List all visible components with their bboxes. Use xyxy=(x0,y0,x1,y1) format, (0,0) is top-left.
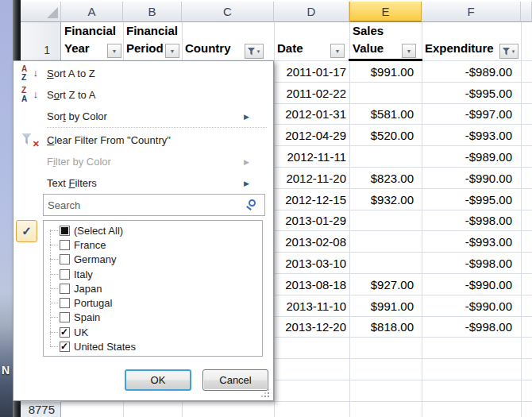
table-row[interactable]: 2012-11-20 $823.00 -$990.00 xyxy=(274,168,521,189)
ok-button[interactable]: OK xyxy=(125,369,191,391)
checkbox-icon[interactable] xyxy=(60,298,70,308)
row-header-1[interactable]: 1 xyxy=(21,22,61,61)
checkbox-icon[interactable] xyxy=(60,327,70,338)
column-header-f[interactable]: F xyxy=(422,2,521,22)
menu-item-filter-by-color: Filter by Color ▶ xyxy=(13,151,273,172)
expenditure-cell[interactable]: -$995.00 xyxy=(422,87,521,100)
filter-dropdown-button-sales-value[interactable]: ▼ xyxy=(402,44,416,58)
column-header-b[interactable]: B xyxy=(123,2,182,22)
sales-value-cell[interactable]: $520.00 xyxy=(349,129,422,142)
date-cell[interactable]: 2011-02-22 xyxy=(274,87,349,100)
filter-value-label: Italy xyxy=(74,268,93,280)
sales-value-cell[interactable]: $927.00 xyxy=(349,278,422,292)
checkbox-icon[interactable] xyxy=(60,312,70,322)
table-row[interactable]: 2013-03-10 -$998.00 xyxy=(274,253,521,274)
menu-item-label: Sort A to Z xyxy=(47,68,95,79)
table-row[interactable]: 2013-11-10 $991.00 -$990.00 xyxy=(274,295,521,317)
date-cell[interactable]: 2013-11-10 xyxy=(274,299,349,313)
column-header-e-selected[interactable]: E xyxy=(349,2,422,22)
date-cell[interactable]: 2013-03-10 xyxy=(274,257,349,270)
filter-value-option[interactable]: Italy xyxy=(44,267,262,281)
row-header-8775[interactable]: 8775 xyxy=(21,402,61,417)
filter-dropdown-button-financial-period[interactable]: ▼ xyxy=(165,44,179,58)
filter-value-option[interactable]: Portugal xyxy=(44,295,262,310)
sales-value-cell[interactable]: $818.00 xyxy=(349,320,422,334)
filter-funnel-button-country[interactable]: ▼ xyxy=(245,44,264,59)
table-row[interactable]: 2013-02-08 -$993.00 xyxy=(274,231,521,253)
sales-value-cell[interactable]: $991.00 xyxy=(349,65,422,79)
checkbox-icon[interactable] xyxy=(60,284,70,294)
table-row[interactable]: 2013-08-18 $927.00 -$990.00 xyxy=(274,274,521,295)
column-header-partial[interactable] xyxy=(521,2,532,22)
column-header-c[interactable]: C xyxy=(182,2,274,22)
expenditure-cell[interactable]: -$989.00 xyxy=(422,65,521,79)
expenditure-cell[interactable]: -$993.00 xyxy=(422,129,521,142)
menu-item-sort-z-to-a[interactable]: Z A ↓ Sort Z to A xyxy=(13,84,273,106)
date-cell[interactable]: 2012-01-31 xyxy=(274,107,349,121)
date-cell[interactable]: 2011-01-17 xyxy=(274,65,349,79)
sales-value-cell[interactable]: $932.00 xyxy=(349,193,422,207)
table-row[interactable]: 2012-12-15 $932.00 -$995.00 xyxy=(274,189,521,210)
expenditure-cell[interactable]: -$998.00 xyxy=(422,320,521,334)
search-input[interactable] xyxy=(43,194,265,216)
checkbox-icon[interactable] xyxy=(60,254,70,264)
table-row[interactable]: 2012-11-11 -$989.00 xyxy=(274,146,521,168)
filter-value-option[interactable]: (Select All) xyxy=(44,223,262,237)
menu-item-text-filters[interactable]: Text Filters ▶ xyxy=(13,172,273,194)
date-cell[interactable]: 2012-12-15 xyxy=(274,193,349,207)
date-cell[interactable]: 2013-02-08 xyxy=(274,235,349,249)
menu-item-sort-by-color[interactable]: Sort by Color ▶ xyxy=(13,106,273,127)
filter-value-option[interactable]: Spain xyxy=(44,311,262,325)
filter-dropdown-button-date[interactable]: ▼ xyxy=(330,44,345,58)
sales-value-cell[interactable]: $823.00 xyxy=(349,172,422,185)
table-row[interactable]: 2013-01-29 -$998.00 xyxy=(274,210,521,232)
checkbox-icon[interactable] xyxy=(60,269,70,280)
column-header-d[interactable]: D xyxy=(274,2,349,22)
checkbox-icon[interactable] xyxy=(60,240,70,250)
cancel-button[interactable]: Cancel xyxy=(202,369,268,391)
sales-value-cell[interactable]: $991.00 xyxy=(349,299,422,313)
filter-value-option[interactable]: Japan xyxy=(44,281,262,295)
table-row[interactable]: 2011-02-22 -$995.00 xyxy=(274,83,521,104)
expenditure-cell[interactable]: -$990.00 xyxy=(422,299,521,313)
table-row[interactable]: 2012-01-31 $581.00 -$997.00 xyxy=(274,104,521,125)
filter-value-option[interactable]: United States xyxy=(44,339,262,353)
header-cell-date[interactable]: Date xyxy=(274,22,330,60)
expenditure-cell[interactable]: -$990.00 xyxy=(422,172,521,185)
expenditure-cell[interactable]: -$989.00 xyxy=(422,150,521,164)
filter-value-option[interactable]: UK xyxy=(44,325,262,339)
column-header-a[interactable]: A xyxy=(61,2,123,22)
checkbox-icon[interactable] xyxy=(60,342,70,352)
search-icon[interactable] xyxy=(249,199,256,207)
tree-twig xyxy=(50,230,58,231)
date-cell[interactable]: 2012-11-20 xyxy=(274,172,349,185)
menu-item-sort-a-to-z[interactable]: A Z ↓ Sort A to Z xyxy=(13,63,273,84)
sales-value-cell[interactable]: $581.00 xyxy=(349,107,422,121)
checkbox-icon[interactable] xyxy=(60,226,70,236)
resize-grip[interactable] xyxy=(260,388,270,398)
date-cell[interactable]: 2013-12-20 xyxy=(274,320,349,334)
filter-value-option[interactable]: Germany xyxy=(44,253,262,267)
date-cell[interactable]: 2012-11-11 xyxy=(274,150,349,164)
select-all-corner[interactable] xyxy=(21,2,61,22)
expenditure-cell[interactable]: -$998.00 xyxy=(422,214,521,227)
expenditure-cell[interactable]: -$998.00 xyxy=(422,257,521,270)
filter-funnel-button-expenditure[interactable]: ▼ xyxy=(499,44,519,59)
date-cell[interactable]: 2013-08-18 xyxy=(274,278,349,292)
expenditure-cell[interactable]: -$993.00 xyxy=(422,235,521,249)
filter-value-label: Japan xyxy=(74,283,102,295)
date-cell[interactable]: 2013-01-29 xyxy=(274,214,349,227)
filter-value-option[interactable]: France xyxy=(44,237,262,252)
table-row[interactable]: 2011-01-17 $991.00 -$989.00 xyxy=(274,61,521,83)
table-row[interactable]: 2012-04-29 $520.00 -$993.00 xyxy=(274,125,521,146)
filter-value-label: Portugal xyxy=(74,297,112,309)
filter-dropdown-button-financial-year[interactable]: ▼ xyxy=(107,44,121,58)
date-cell[interactable]: 2012-04-29 xyxy=(274,129,349,142)
table-row[interactable]: 2013-12-20 $818.00 -$998.00 xyxy=(274,317,521,338)
expenditure-cell[interactable]: -$995.00 xyxy=(422,193,521,207)
header-cell-expenditure[interactable]: Expenditure xyxy=(422,22,501,60)
expenditure-cell[interactable]: -$990.00 xyxy=(422,278,521,292)
expenditure-cell[interactable]: -$997.00 xyxy=(422,107,521,121)
menu-item-clear-filter[interactable]: ✕ Clear Filter From "Country" xyxy=(13,129,273,151)
header-cell-sales-value[interactable]: SalesValue xyxy=(349,22,405,60)
